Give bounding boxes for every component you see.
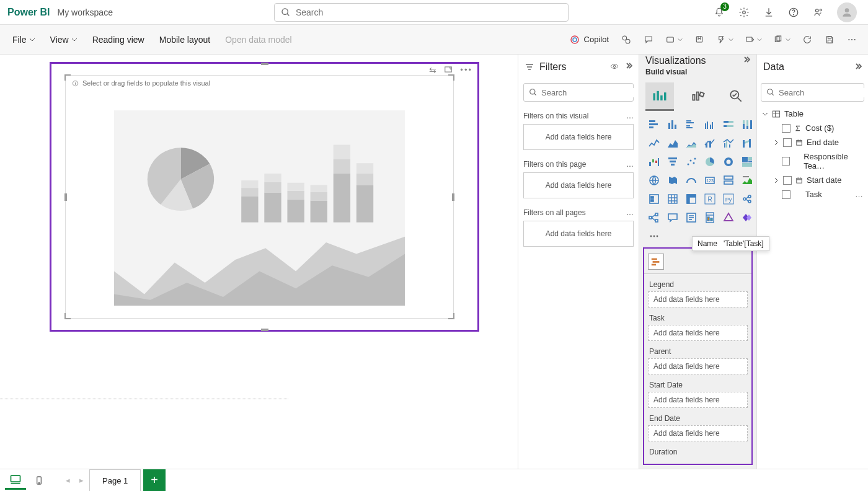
viz-treemap[interactable] (740, 154, 755, 169)
viz-slicer[interactable] (647, 192, 662, 206)
more-icon[interactable] (842, 30, 862, 50)
workspace-name[interactable]: My workspace (57, 7, 112, 17)
viz-gauge[interactable] (684, 173, 699, 188)
sel-corner-tl[interactable] (64, 74, 72, 82)
viz-clustered-column[interactable] (702, 117, 717, 132)
well-enddate-drop[interactable]: Add data fields here (648, 425, 748, 441)
hide-filter-pane-icon[interactable] (610, 62, 619, 73)
viz-python[interactable]: Py (721, 192, 736, 206)
viz-multirow[interactable] (721, 173, 736, 188)
checkbox[interactable] (783, 138, 792, 147)
menu-mobile-layout[interactable]: Mobile layout (153, 31, 217, 48)
checkbox[interactable] (782, 157, 790, 166)
viz-powerapps[interactable] (740, 210, 755, 225)
field-start-date[interactable]: Start date (761, 173, 864, 187)
well-parent-drop[interactable]: Add data fields here (648, 358, 748, 374)
sel-corner-bl[interactable] (64, 312, 72, 319)
notifications-icon[interactable]: 3 (713, 6, 725, 19)
settings-icon[interactable] (738, 6, 750, 19)
checkbox[interactable] (783, 176, 792, 185)
global-search-input[interactable] (296, 7, 562, 17)
save-icon[interactable] (820, 30, 839, 50)
help-icon[interactable] (787, 6, 800, 19)
viz-decomp[interactable] (647, 210, 662, 225)
viz-line-clustered[interactable] (721, 136, 736, 151)
field-responsible[interactable]: Responsible Tea… (761, 149, 864, 173)
page-prev-icon[interactable]: ◂ (62, 471, 73, 490)
field-cost[interactable]: Cost ($) (761, 121, 864, 135)
data-search[interactable] (761, 83, 864, 102)
viz-scatter[interactable] (684, 154, 699, 169)
data-search-input[interactable] (779, 88, 868, 97)
well-task-drop[interactable]: Add data fields here (648, 325, 748, 341)
copy-icon[interactable] (769, 30, 795, 50)
filters-on-all-more[interactable]: … (626, 208, 634, 217)
explore-icon[interactable] (616, 30, 636, 50)
feedback-icon[interactable] (812, 6, 825, 19)
checkbox[interactable] (782, 124, 790, 133)
filters-on-visual-drop[interactable]: Add data fields here (523, 124, 634, 150)
viz-card[interactable]: 123 (702, 173, 717, 188)
filters-on-visual-more[interactable]: … (626, 112, 634, 120)
tool-c-icon[interactable] (712, 30, 738, 50)
table-node[interactable]: Table (761, 107, 864, 121)
viz-waterfall[interactable] (647, 154, 662, 169)
viz-narrative[interactable] (684, 210, 699, 225)
viz-key-influencers[interactable] (740, 192, 755, 206)
resize-handle-n[interactable] (261, 63, 268, 65)
viz-filled-map[interactable] (665, 173, 680, 188)
viz-more-ellipsis[interactable] (647, 229, 662, 244)
viz-100-bar[interactable] (721, 117, 736, 132)
analytics-tab[interactable] (722, 82, 750, 111)
avatar[interactable] (837, 2, 857, 22)
tool-d-icon[interactable] (740, 30, 766, 50)
bookmark-icon[interactable] (689, 30, 709, 50)
global-search[interactable] (274, 3, 569, 22)
menu-reading-view[interactable]: Reading view (86, 31, 151, 48)
checkbox[interactable] (782, 190, 790, 199)
viz-stacked-area[interactable] (684, 136, 699, 151)
viz-kpi[interactable] (740, 173, 755, 188)
well-legend-drop[interactable]: Add data fields here (648, 291, 748, 307)
viz-stacked-column[interactable] (665, 117, 680, 132)
filters-on-page-drop[interactable]: Add data fields here (523, 172, 634, 198)
copilot-button[interactable]: Copilot (564, 32, 614, 48)
viz-line[interactable] (647, 136, 662, 151)
sel-corner-tr[interactable] (447, 74, 454, 82)
viz-stacked-bar[interactable] (647, 117, 662, 132)
viz-matrix[interactable] (684, 192, 699, 206)
add-page-button[interactable]: + (143, 469, 166, 492)
expand-pane-icon[interactable] (625, 62, 632, 73)
filters-search[interactable] (523, 83, 634, 102)
field-more-icon[interactable]: … (855, 190, 863, 199)
visual-more-icon[interactable]: ••• (460, 65, 472, 76)
viz-donut[interactable] (721, 154, 736, 169)
viz-area[interactable] (665, 136, 680, 151)
viz-arcgis[interactable] (721, 210, 736, 225)
mobile-view-icon[interactable] (29, 471, 50, 490)
resize-handle-w[interactable] (64, 193, 67, 201)
download-icon[interactable] (763, 6, 775, 19)
viz-qa[interactable] (665, 210, 680, 225)
viz-pie[interactable] (702, 154, 717, 169)
filters-on-page-more[interactable]: … (626, 160, 634, 169)
viz-clustered-bar[interactable] (684, 117, 699, 132)
viz-table[interactable] (665, 192, 680, 206)
page-tab[interactable]: Page 1 (89, 469, 141, 492)
field-task[interactable]: Task … (761, 187, 864, 201)
page-next-icon[interactable]: ▸ (76, 471, 87, 490)
menu-view[interactable]: View (44, 31, 84, 48)
viz-funnel[interactable] (665, 154, 680, 169)
refresh-icon[interactable] (797, 30, 817, 50)
selected-visual-frame[interactable]: ⇆ ••• (50, 62, 479, 332)
expand-pane-icon[interactable] (743, 56, 750, 65)
field-end-date[interactable]: End date (761, 135, 864, 149)
viz-ribbon[interactable] (740, 136, 755, 151)
filter-applied-icon[interactable]: ⇆ (429, 65, 436, 76)
resize-handle-s[interactable] (261, 329, 268, 331)
sel-corner-br[interactable] (447, 312, 454, 319)
viz-100-column[interactable] (740, 117, 755, 132)
viz-line-stacked[interactable] (702, 136, 717, 151)
tool-a-icon[interactable] (661, 30, 687, 50)
viz-paginated[interactable] (702, 210, 717, 225)
